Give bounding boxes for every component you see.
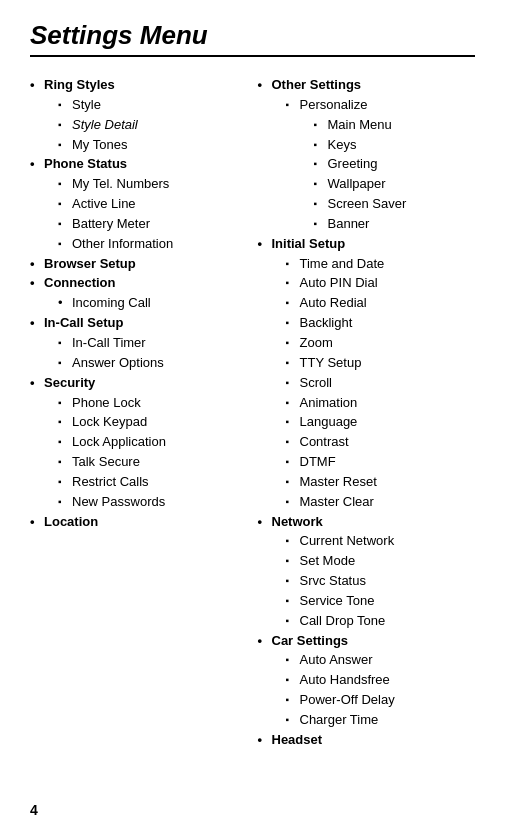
list-item: Power-Off Delay xyxy=(286,691,476,710)
list-item: Phone Status My Tel. Numbers Active Line… xyxy=(30,155,248,253)
list-item: Auto PIN Dial xyxy=(286,274,476,293)
list-item: Phone Lock xyxy=(58,394,248,413)
list-item: In-Call Setup In-Call Timer Answer Optio… xyxy=(30,314,248,373)
right-column: Other Settings Personalize ▪Main Menu ▪K… xyxy=(258,75,476,751)
list-item: Lock Keypad xyxy=(58,413,248,432)
list-item: Auto Handsfree xyxy=(286,671,476,690)
list-item: TTY Setup xyxy=(286,354,476,373)
main-content: Ring Styles Style Style Detail My Tones … xyxy=(30,75,475,751)
list-item: Language xyxy=(286,413,476,432)
list-item: Animation xyxy=(286,394,476,413)
list-item: Network Current Network Set Mode Srvc St… xyxy=(258,513,476,631)
list-item: Style xyxy=(58,96,248,115)
list-item: Browser Setup xyxy=(30,255,248,274)
list-item: Connection Incoming Call xyxy=(30,274,248,313)
list-item: Scroll xyxy=(286,374,476,393)
list-item: Car Settings Auto Answer Auto Handsfree … xyxy=(258,632,476,730)
list-item: Srvc Status xyxy=(286,572,476,591)
left-menu: Ring Styles Style Style Detail My Tones … xyxy=(30,76,248,531)
list-item: Zoom xyxy=(286,334,476,353)
list-item: Active Line xyxy=(58,195,248,214)
list-item: Talk Secure xyxy=(58,453,248,472)
list-item: Call Drop Tone xyxy=(286,612,476,631)
list-item: Ring Styles Style Style Detail My Tones xyxy=(30,76,248,154)
list-item: Current Network xyxy=(286,532,476,551)
list-item: Service Tone xyxy=(286,592,476,611)
page-title: Settings Menu xyxy=(30,20,475,57)
list-item: Other Information xyxy=(58,235,248,254)
list-item: Contrast xyxy=(286,433,476,452)
list-item: Restrict Calls xyxy=(58,473,248,492)
list-item: DTMF xyxy=(286,453,476,472)
list-item: Style Detail xyxy=(58,116,248,135)
list-item: Other Settings Personalize ▪Main Menu ▪K… xyxy=(258,76,476,234)
list-item: ▪Screen Saver xyxy=(314,195,476,214)
list-item: Backlight xyxy=(286,314,476,333)
list-item: Time and Date xyxy=(286,255,476,274)
list-item: ▪Keys xyxy=(314,136,476,155)
right-menu: Other Settings Personalize ▪Main Menu ▪K… xyxy=(258,76,476,750)
list-item: Security Phone Lock Lock Keypad Lock App… xyxy=(30,374,248,512)
list-item: Personalize ▪Main Menu ▪Keys ▪Greeting ▪… xyxy=(286,96,476,234)
list-item: Lock Application xyxy=(58,433,248,452)
list-item: My Tones xyxy=(58,136,248,155)
left-column: Ring Styles Style Style Detail My Tones … xyxy=(30,75,248,532)
list-item: New Passwords xyxy=(58,493,248,512)
list-item: Location xyxy=(30,513,248,532)
list-item: ▪Wallpaper xyxy=(314,175,476,194)
list-item: Incoming Call xyxy=(58,294,248,313)
list-item: Set Mode xyxy=(286,552,476,571)
list-item: Auto Answer xyxy=(286,651,476,670)
list-item: Auto Redial xyxy=(286,294,476,313)
list-item: Battery Meter xyxy=(58,215,248,234)
list-item: In-Call Timer xyxy=(58,334,248,353)
list-item: Charger Time xyxy=(286,711,476,730)
list-item: ▪Banner xyxy=(314,215,476,234)
list-item: Answer Options xyxy=(58,354,248,373)
list-item: ▪Greeting xyxy=(314,155,476,174)
list-item: Headset xyxy=(258,731,476,750)
list-item: ▪Main Menu xyxy=(314,116,476,135)
page-number: 4 xyxy=(30,802,38,818)
list-item: Initial Setup Time and Date Auto PIN Dia… xyxy=(258,235,476,512)
list-item: My Tel. Numbers xyxy=(58,175,248,194)
list-item: Master Clear xyxy=(286,493,476,512)
list-item: Master Reset xyxy=(286,473,476,492)
